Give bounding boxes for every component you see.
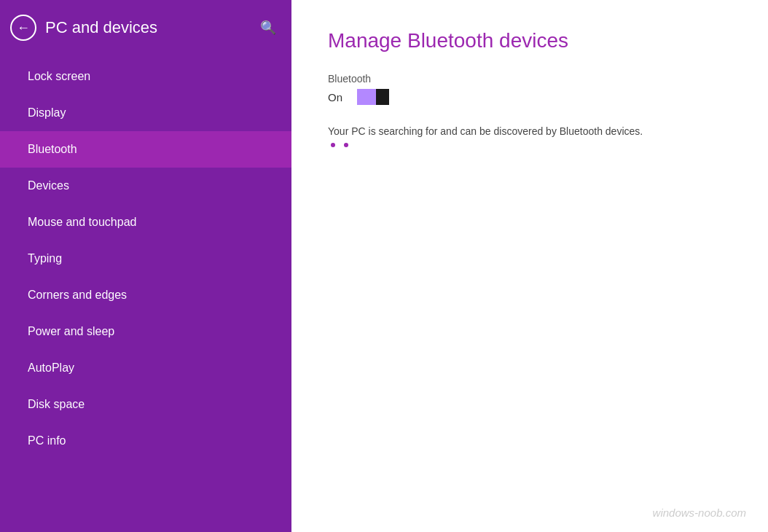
- bluetooth-status-text: Your PC is searching for and can be disc…: [328, 125, 732, 137]
- back-button[interactable]: ←: [10, 15, 36, 41]
- bluetooth-toggle[interactable]: [357, 89, 389, 105]
- sidebar-item-power-sleep[interactable]: Power and sleep: [0, 313, 291, 350]
- page-heading: Manage Bluetooth devices: [328, 29, 732, 52]
- back-arrow-icon: ←: [17, 21, 30, 34]
- sidebar-header: ← PC and devices 🔍: [0, 0, 291, 55]
- sidebar-item-disk-space[interactable]: Disk space: [0, 386, 291, 423]
- sidebar-item-mouse-touchpad[interactable]: Mouse and touchpad: [0, 204, 291, 240]
- sidebar-item-typing[interactable]: Typing: [0, 240, 291, 277]
- bluetooth-section-label: Bluetooth: [328, 73, 732, 85]
- searching-dots: [328, 143, 732, 147]
- dot-2: [344, 143, 348, 147]
- sidebar-title: PC and devices: [45, 18, 249, 37]
- watermark: windows-noob.com: [653, 506, 746, 519]
- toggle-row: On: [328, 89, 732, 105]
- toggle-track: [357, 89, 389, 105]
- sidebar-item-autoplay[interactable]: AutoPlay: [0, 350, 291, 386]
- sidebar: ← PC and devices 🔍 Lock screenDisplayBlu…: [0, 0, 291, 532]
- toggle-state-label: On: [328, 91, 350, 103]
- toggle-thumb: [376, 89, 389, 105]
- sidebar-item-corners-edges[interactable]: Corners and edges: [0, 277, 291, 313]
- search-icon: 🔍: [260, 20, 276, 36]
- sidebar-item-display[interactable]: Display: [0, 95, 291, 131]
- dot-1: [331, 143, 335, 147]
- sidebar-item-pc-info[interactable]: PC info: [0, 423, 291, 459]
- sidebar-item-bluetooth[interactable]: Bluetooth: [0, 131, 291, 168]
- sidebar-nav: Lock screenDisplayBluetoothDevicesMouse …: [0, 58, 291, 459]
- main-content: Manage Bluetooth devices Bluetooth On Yo…: [291, 0, 768, 532]
- search-button[interactable]: 🔍: [258, 17, 278, 38]
- sidebar-item-lock-screen[interactable]: Lock screen: [0, 58, 291, 95]
- sidebar-item-devices[interactable]: Devices: [0, 168, 291, 204]
